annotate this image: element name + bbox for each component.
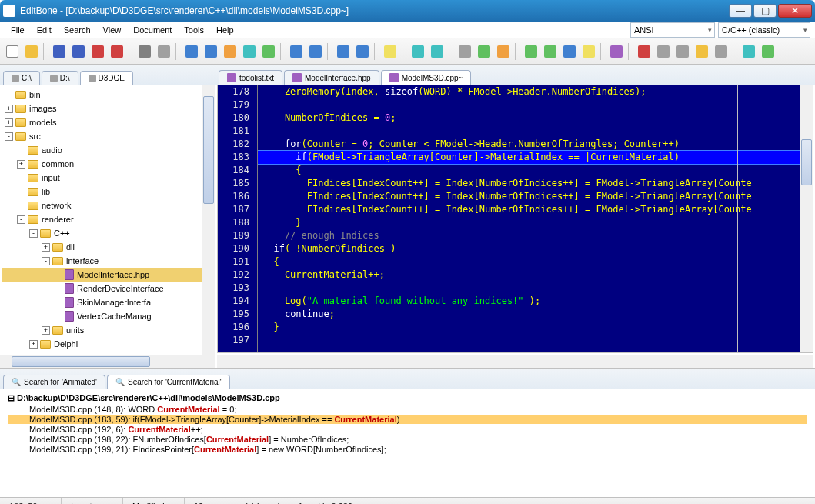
- code-line[interactable]: }: [258, 321, 800, 334]
- wordwrap-button[interactable]: [522, 42, 540, 61]
- find-button[interactable]: [456, 42, 474, 61]
- search-tab[interactable]: 🔍Search for 'CurrentMaterial': [107, 375, 230, 389]
- search-result-line[interactable]: ModelMS3D.cpp (148, 8): WORD CurrentMate…: [8, 405, 807, 414]
- tree-folder[interactable]: +dll: [2, 240, 213, 254]
- drive-tab[interactable]: D3DGE: [80, 71, 133, 85]
- browser-back-button[interactable]: [409, 42, 427, 61]
- tree-scrollbar-vertical[interactable]: [202, 85, 215, 355]
- new-button[interactable]: [3, 42, 22, 61]
- file-tab[interactable]: ModelInterface.hpp: [284, 70, 379, 85]
- code-line[interactable]: FIndices[IndexCount++] = Index[NumberOfI…: [258, 190, 800, 203]
- tree-folder[interactable]: network: [2, 199, 213, 212]
- menu-file[interactable]: File: [5, 24, 31, 36]
- tree-folder[interactable]: +Delphi: [2, 337, 213, 351]
- tree-file[interactable]: SkinManagerInterfa: [2, 295, 213, 309]
- paste-button[interactable]: [259, 42, 278, 61]
- menu-document[interactable]: Document: [127, 24, 178, 36]
- tree-folder[interactable]: -interface: [2, 254, 213, 268]
- close-button[interactable]: ✕: [778, 4, 812, 18]
- search-result-line[interactable]: ModelMS3D.cpp (192, 6): CurrentMaterial+…: [8, 425, 807, 434]
- file-tab[interactable]: todolist.txt: [219, 70, 282, 85]
- macro-record-button[interactable]: [635, 42, 653, 61]
- drive-tab[interactable]: C:\: [3, 71, 40, 85]
- tree-folder[interactable]: +common: [2, 157, 213, 171]
- macro-open-button[interactable]: [693, 42, 711, 61]
- tree-folder[interactable]: bin: [2, 88, 213, 102]
- cut-button[interactable]: [221, 42, 239, 61]
- menu-help[interactable]: Help: [210, 24, 240, 36]
- editor-scrollbar-horizontal[interactable]: [217, 355, 813, 368]
- tree-expander-icon[interactable]: -: [42, 257, 50, 265]
- search-results[interactable]: D:\backup\D\D3DGE\src\renderer\C++\dll\m…: [0, 389, 815, 497]
- tree-folder[interactable]: -src: [2, 129, 213, 143]
- find-in-files-button[interactable]: [494, 42, 513, 61]
- exit-button[interactable]: [759, 42, 777, 61]
- tree-folder[interactable]: -C++: [2, 226, 213, 240]
- tree-expander-icon[interactable]: +: [5, 118, 13, 127]
- code-editor[interactable]: 1781791801811821831841851861871881891901…: [217, 85, 813, 353]
- sort-asc-button[interactable]: [334, 42, 352, 61]
- code-line[interactable]: if( !NumberOfIndices ): [258, 242, 800, 255]
- code-line[interactable]: for(Counter = 0; Counter < FModel->Heade…: [258, 138, 800, 151]
- tree-file[interactable]: ModelInterface.hpp: [2, 268, 213, 282]
- open-button[interactable]: [22, 42, 41, 61]
- menu-edit[interactable]: Edit: [31, 24, 58, 36]
- tree-expander-icon[interactable]: -: [29, 229, 38, 238]
- tree-folder[interactable]: +images: [2, 102, 213, 115]
- file-tab[interactable]: ModelMS3D.cpp~: [381, 70, 472, 85]
- bookmark-button[interactable]: [381, 42, 399, 61]
- folder-tree[interactable]: bin+images+models-srcaudio+commoninputli…: [0, 85, 215, 355]
- encoding-combo[interactable]: ANSI: [630, 22, 715, 38]
- compare-button[interactable]: [607, 42, 626, 61]
- code-line[interactable]: [258, 282, 800, 295]
- replace-button[interactable]: [475, 42, 493, 61]
- code-line[interactable]: [258, 334, 800, 347]
- macro-stop-button[interactable]: [654, 42, 673, 61]
- tree-file[interactable]: VertexCacheManag: [2, 309, 213, 323]
- code-line[interactable]: [258, 98, 800, 112]
- tree-expander-icon[interactable]: +: [42, 243, 50, 252]
- close-file-button[interactable]: [89, 42, 107, 61]
- macro-save-button[interactable]: [712, 42, 730, 61]
- code-area[interactable]: ZeroMemory(Index, sizeof(WORD) * FModel-…: [258, 85, 800, 352]
- search-tab[interactable]: 🔍Search for 'Animated': [3, 375, 105, 389]
- editor-scrollbar-vertical[interactable]: [800, 85, 813, 352]
- menu-search[interactable]: Search: [58, 24, 97, 36]
- code-line[interactable]: continue;: [258, 308, 800, 321]
- menu-view[interactable]: View: [97, 24, 128, 36]
- unindent-button[interactable]: [306, 42, 325, 61]
- tree-folder[interactable]: input: [2, 171, 213, 185]
- tree-expander-icon[interactable]: +: [42, 326, 50, 335]
- minimize-button[interactable]: —: [729, 4, 752, 18]
- code-line[interactable]: ZeroMemory(Index, sizeof(WORD) * FModel-…: [258, 85, 800, 98]
- browser-forward-button[interactable]: [428, 42, 446, 61]
- search-result-line[interactable]: ModelMS3D.cpp (199, 21): FIndicesPointer…: [8, 445, 807, 454]
- macro-play-button[interactable]: [673, 42, 692, 61]
- tree-scrollbar-horizontal[interactable]: [0, 355, 215, 368]
- code-line[interactable]: {: [258, 164, 800, 177]
- options-button[interactable]: [740, 42, 758, 61]
- menu-tools[interactable]: Tools: [178, 24, 210, 36]
- tree-expander-icon[interactable]: +: [5, 105, 13, 113]
- code-line[interactable]: [258, 125, 800, 138]
- tree-folder[interactable]: -renderer: [2, 212, 213, 226]
- search-result-line[interactable]: ModelMS3D.cpp (183, 59): if(FModel->Tria…: [8, 415, 807, 424]
- save-all-button[interactable]: [69, 42, 88, 61]
- sort-desc-button[interactable]: [353, 42, 372, 61]
- drive-tab[interactable]: D:\: [42, 71, 78, 85]
- language-combo[interactable]: C/C++ (classic): [718, 22, 810, 38]
- selection-button[interactable]: [580, 42, 598, 61]
- linenumbers-button[interactable]: [541, 42, 559, 61]
- tree-folder[interactable]: +units: [2, 323, 213, 337]
- tree-expander-icon[interactable]: -: [17, 215, 25, 224]
- tree-expander-icon[interactable]: -: [5, 132, 13, 141]
- tree-file[interactable]: RenderDeviceInterface: [2, 282, 213, 295]
- tree-folder[interactable]: audio: [2, 143, 213, 157]
- undo-button[interactable]: [182, 42, 201, 61]
- code-line[interactable]: FIndices[IndexCount++] = Index[NumberOfI…: [258, 177, 800, 190]
- maximize-button[interactable]: ▢: [753, 4, 777, 18]
- tree-folder[interactable]: +models: [2, 115, 213, 129]
- tree-expander-icon[interactable]: +: [29, 340, 38, 349]
- save-button[interactable]: [50, 42, 68, 61]
- code-line[interactable]: CurrentMaterial++;: [258, 269, 800, 282]
